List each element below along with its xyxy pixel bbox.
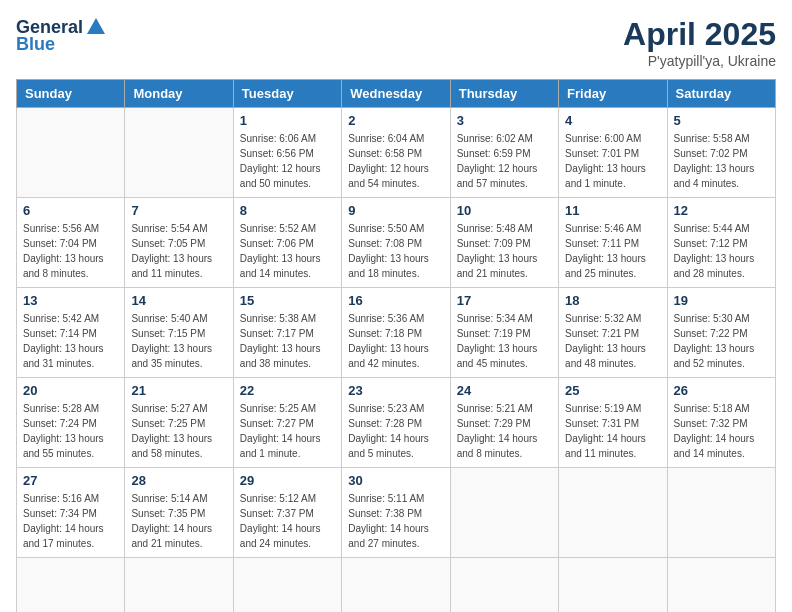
day-detail: Sunrise: 5:36 AMSunset: 7:18 PMDaylight:… <box>348 311 443 371</box>
day-detail: Sunrise: 5:32 AMSunset: 7:21 PMDaylight:… <box>565 311 660 371</box>
day-detail: Sunrise: 5:18 AMSunset: 7:32 PMDaylight:… <box>674 401 769 461</box>
calendar-cell <box>233 558 341 613</box>
calendar-cell: 4Sunrise: 6:00 AMSunset: 7:01 PMDaylight… <box>559 108 667 198</box>
day-number: 22 <box>240 383 335 398</box>
calendar-cell <box>450 558 558 613</box>
day-number: 10 <box>457 203 552 218</box>
calendar-cell: 19Sunrise: 5:30 AMSunset: 7:22 PMDayligh… <box>667 288 775 378</box>
calendar-week-row: 13Sunrise: 5:42 AMSunset: 7:14 PMDayligh… <box>17 288 776 378</box>
day-number: 11 <box>565 203 660 218</box>
day-detail: Sunrise: 5:12 AMSunset: 7:37 PMDaylight:… <box>240 491 335 551</box>
weekday-header: Tuesday <box>233 80 341 108</box>
day-detail: Sunrise: 5:21 AMSunset: 7:29 PMDaylight:… <box>457 401 552 461</box>
day-number: 19 <box>674 293 769 308</box>
day-number: 21 <box>131 383 226 398</box>
day-number: 23 <box>348 383 443 398</box>
day-detail: Sunrise: 5:30 AMSunset: 7:22 PMDaylight:… <box>674 311 769 371</box>
calendar-cell <box>559 468 667 558</box>
day-detail: Sunrise: 5:48 AMSunset: 7:09 PMDaylight:… <box>457 221 552 281</box>
weekday-header: Saturday <box>667 80 775 108</box>
day-detail: Sunrise: 5:46 AMSunset: 7:11 PMDaylight:… <box>565 221 660 281</box>
calendar-cell: 18Sunrise: 5:32 AMSunset: 7:21 PMDayligh… <box>559 288 667 378</box>
calendar-table: SundayMondayTuesdayWednesdayThursdayFrid… <box>16 79 776 612</box>
page-header: General Blue April 2025 P'yatypill'ya, U… <box>16 16 776 69</box>
calendar-cell: 12Sunrise: 5:44 AMSunset: 7:12 PMDayligh… <box>667 198 775 288</box>
logo-icon <box>85 16 107 38</box>
calendar-cell <box>125 558 233 613</box>
day-detail: Sunrise: 5:38 AMSunset: 7:17 PMDaylight:… <box>240 311 335 371</box>
day-number: 24 <box>457 383 552 398</box>
logo: General Blue <box>16 16 107 55</box>
day-detail: Sunrise: 5:11 AMSunset: 7:38 PMDaylight:… <box>348 491 443 551</box>
day-detail: Sunrise: 5:23 AMSunset: 7:28 PMDaylight:… <box>348 401 443 461</box>
calendar-cell: 24Sunrise: 5:21 AMSunset: 7:29 PMDayligh… <box>450 378 558 468</box>
calendar-cell: 22Sunrise: 5:25 AMSunset: 7:27 PMDayligh… <box>233 378 341 468</box>
calendar-week-row <box>17 558 776 613</box>
day-detail: Sunrise: 5:28 AMSunset: 7:24 PMDaylight:… <box>23 401 118 461</box>
weekday-header: Thursday <box>450 80 558 108</box>
day-detail: Sunrise: 5:58 AMSunset: 7:02 PMDaylight:… <box>674 131 769 191</box>
day-detail: Sunrise: 5:50 AMSunset: 7:08 PMDaylight:… <box>348 221 443 281</box>
svg-marker-0 <box>87 18 105 34</box>
calendar-cell <box>559 558 667 613</box>
month-year-title: April 2025 <box>623 16 776 53</box>
calendar-week-row: 6Sunrise: 5:56 AMSunset: 7:04 PMDaylight… <box>17 198 776 288</box>
calendar-cell: 25Sunrise: 5:19 AMSunset: 7:31 PMDayligh… <box>559 378 667 468</box>
day-number: 9 <box>348 203 443 218</box>
calendar-cell: 2Sunrise: 6:04 AMSunset: 6:58 PMDaylight… <box>342 108 450 198</box>
day-detail: Sunrise: 5:56 AMSunset: 7:04 PMDaylight:… <box>23 221 118 281</box>
calendar-cell: 5Sunrise: 5:58 AMSunset: 7:02 PMDaylight… <box>667 108 775 198</box>
day-detail: Sunrise: 5:16 AMSunset: 7:34 PMDaylight:… <box>23 491 118 551</box>
calendar-cell: 28Sunrise: 5:14 AMSunset: 7:35 PMDayligh… <box>125 468 233 558</box>
calendar-cell: 6Sunrise: 5:56 AMSunset: 7:04 PMDaylight… <box>17 198 125 288</box>
weekday-header: Friday <box>559 80 667 108</box>
day-number: 13 <box>23 293 118 308</box>
day-detail: Sunrise: 6:06 AMSunset: 6:56 PMDaylight:… <box>240 131 335 191</box>
calendar-cell: 11Sunrise: 5:46 AMSunset: 7:11 PMDayligh… <box>559 198 667 288</box>
day-number: 20 <box>23 383 118 398</box>
day-number: 4 <box>565 113 660 128</box>
day-detail: Sunrise: 5:44 AMSunset: 7:12 PMDaylight:… <box>674 221 769 281</box>
calendar-cell: 29Sunrise: 5:12 AMSunset: 7:37 PMDayligh… <box>233 468 341 558</box>
calendar-cell: 1Sunrise: 6:06 AMSunset: 6:56 PMDaylight… <box>233 108 341 198</box>
day-detail: Sunrise: 5:34 AMSunset: 7:19 PMDaylight:… <box>457 311 552 371</box>
day-detail: Sunrise: 5:25 AMSunset: 7:27 PMDaylight:… <box>240 401 335 461</box>
day-number: 26 <box>674 383 769 398</box>
calendar-cell: 20Sunrise: 5:28 AMSunset: 7:24 PMDayligh… <box>17 378 125 468</box>
day-number: 14 <box>131 293 226 308</box>
calendar-header-row: SundayMondayTuesdayWednesdayThursdayFrid… <box>17 80 776 108</box>
day-detail: Sunrise: 6:02 AMSunset: 6:59 PMDaylight:… <box>457 131 552 191</box>
weekday-header: Sunday <box>17 80 125 108</box>
calendar-cell <box>667 468 775 558</box>
day-number: 12 <box>674 203 769 218</box>
calendar-cell: 26Sunrise: 5:18 AMSunset: 7:32 PMDayligh… <box>667 378 775 468</box>
day-number: 2 <box>348 113 443 128</box>
day-number: 6 <box>23 203 118 218</box>
day-detail: Sunrise: 5:54 AMSunset: 7:05 PMDaylight:… <box>131 221 226 281</box>
calendar-cell: 10Sunrise: 5:48 AMSunset: 7:09 PMDayligh… <box>450 198 558 288</box>
day-number: 7 <box>131 203 226 218</box>
calendar-cell: 15Sunrise: 5:38 AMSunset: 7:17 PMDayligh… <box>233 288 341 378</box>
day-number: 18 <box>565 293 660 308</box>
day-number: 5 <box>674 113 769 128</box>
day-detail: Sunrise: 5:14 AMSunset: 7:35 PMDaylight:… <box>131 491 226 551</box>
calendar-cell: 3Sunrise: 6:02 AMSunset: 6:59 PMDaylight… <box>450 108 558 198</box>
day-detail: Sunrise: 5:40 AMSunset: 7:15 PMDaylight:… <box>131 311 226 371</box>
location-subtitle: P'yatypill'ya, Ukraine <box>623 53 776 69</box>
day-detail: Sunrise: 6:04 AMSunset: 6:58 PMDaylight:… <box>348 131 443 191</box>
day-number: 30 <box>348 473 443 488</box>
day-detail: Sunrise: 5:19 AMSunset: 7:31 PMDaylight:… <box>565 401 660 461</box>
calendar-cell <box>17 108 125 198</box>
calendar-cell: 14Sunrise: 5:40 AMSunset: 7:15 PMDayligh… <box>125 288 233 378</box>
weekday-header: Wednesday <box>342 80 450 108</box>
calendar-cell: 23Sunrise: 5:23 AMSunset: 7:28 PMDayligh… <box>342 378 450 468</box>
calendar-week-row: 27Sunrise: 5:16 AMSunset: 7:34 PMDayligh… <box>17 468 776 558</box>
day-detail: Sunrise: 5:52 AMSunset: 7:06 PMDaylight:… <box>240 221 335 281</box>
day-number: 17 <box>457 293 552 308</box>
calendar-cell: 13Sunrise: 5:42 AMSunset: 7:14 PMDayligh… <box>17 288 125 378</box>
calendar-cell: 9Sunrise: 5:50 AMSunset: 7:08 PMDaylight… <box>342 198 450 288</box>
calendar-cell: 30Sunrise: 5:11 AMSunset: 7:38 PMDayligh… <box>342 468 450 558</box>
calendar-cell <box>450 468 558 558</box>
day-detail: Sunrise: 5:27 AMSunset: 7:25 PMDaylight:… <box>131 401 226 461</box>
calendar-cell: 16Sunrise: 5:36 AMSunset: 7:18 PMDayligh… <box>342 288 450 378</box>
